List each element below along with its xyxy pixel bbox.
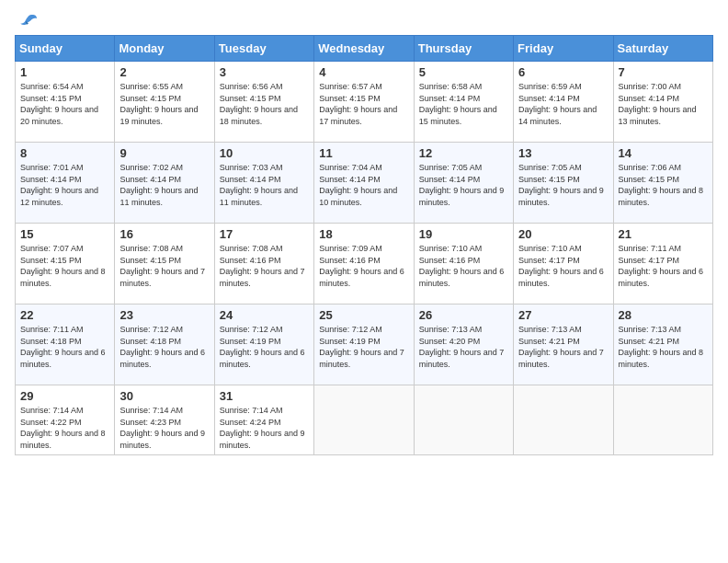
- calendar-week-row: 8Sunrise: 7:01 AMSunset: 4:14 PMDaylight…: [16, 143, 713, 224]
- cell-info: Sunrise: 7:05 AMSunset: 4:15 PMDaylight:…: [518, 162, 608, 208]
- calendar-week-row: 22Sunrise: 7:11 AMSunset: 4:18 PMDayligh…: [16, 304, 713, 385]
- calendar-cell: 4Sunrise: 6:57 AMSunset: 4:15 PMDaylight…: [314, 62, 414, 143]
- cell-info: Sunrise: 7:14 AMSunset: 4:24 PMDaylight:…: [220, 405, 309, 451]
- calendar-cell: 15Sunrise: 7:07 AMSunset: 4:15 PMDayligh…: [16, 224, 115, 304]
- cell-info: Sunrise: 7:10 AMSunset: 4:16 PMDaylight:…: [419, 243, 508, 289]
- calendar-cell: 19Sunrise: 7:10 AMSunset: 4:16 PMDayligh…: [414, 224, 513, 304]
- day-number: 19: [419, 227, 508, 241]
- day-number: 9: [119, 146, 209, 160]
- cell-info: Sunrise: 7:08 AMSunset: 4:16 PMDaylight:…: [220, 243, 309, 289]
- cell-info: Sunrise: 6:59 AMSunset: 4:14 PMDaylight:…: [518, 81, 608, 127]
- day-number: 17: [220, 227, 309, 241]
- cell-info: Sunrise: 7:00 AMSunset: 4:14 PMDaylight:…: [619, 81, 708, 127]
- calendar-header-friday: Friday: [514, 36, 613, 62]
- calendar-cell: 2Sunrise: 6:55 AMSunset: 4:15 PMDaylight…: [115, 62, 214, 143]
- calendar-cell: 24Sunrise: 7:12 AMSunset: 4:19 PMDayligh…: [214, 304, 313, 385]
- day-number: 27: [518, 308, 608, 322]
- cell-info: Sunrise: 7:02 AMSunset: 4:14 PMDaylight:…: [119, 162, 209, 208]
- day-number: 3: [220, 65, 309, 79]
- cell-info: Sunrise: 7:10 AMSunset: 4:17 PMDaylight:…: [518, 243, 608, 289]
- day-number: 11: [319, 146, 408, 160]
- day-number: 22: [20, 308, 109, 322]
- logo-bird-icon: [18, 11, 39, 31]
- cell-info: Sunrise: 7:13 AMSunset: 4:21 PMDaylight:…: [619, 324, 708, 370]
- day-number: 20: [518, 227, 608, 241]
- calendar-cell: 31Sunrise: 7:14 AMSunset: 4:24 PMDayligh…: [214, 385, 313, 455]
- cell-info: Sunrise: 7:06 AMSunset: 4:15 PMDaylight:…: [619, 162, 708, 208]
- calendar-cell: 10Sunrise: 7:03 AMSunset: 4:14 PMDayligh…: [214, 143, 313, 224]
- cell-info: Sunrise: 7:08 AMSunset: 4:15 PMDaylight:…: [119, 243, 209, 289]
- calendar-header-monday: Monday: [115, 36, 214, 62]
- day-number: 18: [319, 227, 408, 241]
- cell-info: Sunrise: 7:14 AMSunset: 4:23 PMDaylight:…: [119, 405, 209, 451]
- calendar-header-thursday: Thursday: [414, 36, 513, 62]
- calendar-cell: 28Sunrise: 7:13 AMSunset: 4:21 PMDayligh…: [613, 304, 712, 385]
- page-header: [15, 11, 713, 28]
- calendar-cell: 13Sunrise: 7:05 AMSunset: 4:15 PMDayligh…: [514, 143, 613, 224]
- cell-info: Sunrise: 7:12 AMSunset: 4:19 PMDaylight:…: [220, 324, 309, 370]
- calendar-cell: [514, 385, 613, 455]
- cell-info: Sunrise: 6:56 AMSunset: 4:15 PMDaylight:…: [220, 81, 309, 127]
- day-number: 5: [419, 65, 508, 79]
- calendar-header-wednesday: Wednesday: [314, 36, 414, 62]
- day-number: 25: [319, 308, 408, 322]
- calendar-cell: 9Sunrise: 7:02 AMSunset: 4:14 PMDaylight…: [115, 143, 214, 224]
- calendar-cell: [314, 385, 414, 455]
- calendar-cell: 29Sunrise: 7:14 AMSunset: 4:22 PMDayligh…: [16, 385, 115, 455]
- calendar-cell: 14Sunrise: 7:06 AMSunset: 4:15 PMDayligh…: [613, 143, 712, 224]
- day-number: 6: [518, 65, 608, 79]
- cell-info: Sunrise: 6:54 AMSunset: 4:15 PMDaylight:…: [20, 81, 109, 127]
- calendar-cell: 8Sunrise: 7:01 AMSunset: 4:14 PMDaylight…: [16, 143, 115, 224]
- day-number: 16: [119, 227, 209, 241]
- cell-info: Sunrise: 7:09 AMSunset: 4:16 PMDaylight:…: [319, 243, 408, 289]
- cell-info: Sunrise: 7:04 AMSunset: 4:14 PMDaylight:…: [319, 162, 408, 208]
- calendar-header-sunday: Sunday: [16, 36, 115, 62]
- cell-info: Sunrise: 7:11 AMSunset: 4:17 PMDaylight:…: [619, 243, 708, 289]
- day-number: 13: [518, 146, 608, 160]
- calendar-cell: 18Sunrise: 7:09 AMSunset: 4:16 PMDayligh…: [314, 224, 414, 304]
- cell-info: Sunrise: 7:01 AMSunset: 4:14 PMDaylight:…: [20, 162, 109, 208]
- day-number: 7: [619, 65, 708, 79]
- calendar-cell: 1Sunrise: 6:54 AMSunset: 4:15 PMDaylight…: [16, 62, 115, 143]
- calendar-cell: [414, 385, 513, 455]
- calendar-week-row: 15Sunrise: 7:07 AMSunset: 4:15 PMDayligh…: [16, 224, 713, 304]
- day-number: 21: [619, 227, 708, 241]
- calendar-cell: 25Sunrise: 7:12 AMSunset: 4:19 PMDayligh…: [314, 304, 414, 385]
- day-number: 1: [20, 65, 109, 79]
- calendar-cell: 20Sunrise: 7:10 AMSunset: 4:17 PMDayligh…: [514, 224, 613, 304]
- day-number: 4: [319, 65, 408, 79]
- day-number: 2: [119, 65, 209, 79]
- calendar-cell: 21Sunrise: 7:11 AMSunset: 4:17 PMDayligh…: [613, 224, 712, 304]
- calendar-cell: 27Sunrise: 7:13 AMSunset: 4:21 PMDayligh…: [514, 304, 613, 385]
- day-number: 15: [20, 227, 109, 241]
- cell-info: Sunrise: 7:13 AMSunset: 4:21 PMDaylight:…: [518, 324, 608, 370]
- calendar-week-row: 29Sunrise: 7:14 AMSunset: 4:22 PMDayligh…: [16, 385, 713, 455]
- calendar-cell: 7Sunrise: 7:00 AMSunset: 4:14 PMDaylight…: [613, 62, 712, 143]
- calendar-cell: 30Sunrise: 7:14 AMSunset: 4:23 PMDayligh…: [115, 385, 214, 455]
- calendar-cell: 12Sunrise: 7:05 AMSunset: 4:14 PMDayligh…: [414, 143, 513, 224]
- calendar-cell: 6Sunrise: 6:59 AMSunset: 4:14 PMDaylight…: [514, 62, 613, 143]
- cell-info: Sunrise: 7:03 AMSunset: 4:14 PMDaylight:…: [220, 162, 309, 208]
- calendar-header-saturday: Saturday: [613, 36, 712, 62]
- logo: [15, 11, 39, 28]
- calendar-cell: 16Sunrise: 7:08 AMSunset: 4:15 PMDayligh…: [115, 224, 214, 304]
- day-number: 31: [220, 389, 309, 403]
- calendar-cell: 23Sunrise: 7:12 AMSunset: 4:18 PMDayligh…: [115, 304, 214, 385]
- day-number: 10: [220, 146, 309, 160]
- day-number: 30: [119, 389, 209, 403]
- calendar-cell: 26Sunrise: 7:13 AMSunset: 4:20 PMDayligh…: [414, 304, 513, 385]
- day-number: 14: [619, 146, 708, 160]
- calendar-header-tuesday: Tuesday: [214, 36, 313, 62]
- calendar-table: SundayMondayTuesdayWednesdayThursdayFrid…: [15, 35, 713, 455]
- calendar-cell: 3Sunrise: 6:56 AMSunset: 4:15 PMDaylight…: [214, 62, 313, 143]
- day-number: 28: [619, 308, 708, 322]
- cell-info: Sunrise: 7:05 AMSunset: 4:14 PMDaylight:…: [419, 162, 508, 208]
- calendar-cell: 22Sunrise: 7:11 AMSunset: 4:18 PMDayligh…: [16, 304, 115, 385]
- calendar-cell: 17Sunrise: 7:08 AMSunset: 4:16 PMDayligh…: [214, 224, 313, 304]
- cell-info: Sunrise: 7:12 AMSunset: 4:19 PMDaylight:…: [319, 324, 408, 370]
- calendar-week-row: 1Sunrise: 6:54 AMSunset: 4:15 PMDaylight…: [16, 62, 713, 143]
- cell-info: Sunrise: 7:12 AMSunset: 4:18 PMDaylight:…: [119, 324, 209, 370]
- day-number: 23: [119, 308, 209, 322]
- day-number: 26: [419, 308, 508, 322]
- cell-info: Sunrise: 6:58 AMSunset: 4:14 PMDaylight:…: [419, 81, 508, 127]
